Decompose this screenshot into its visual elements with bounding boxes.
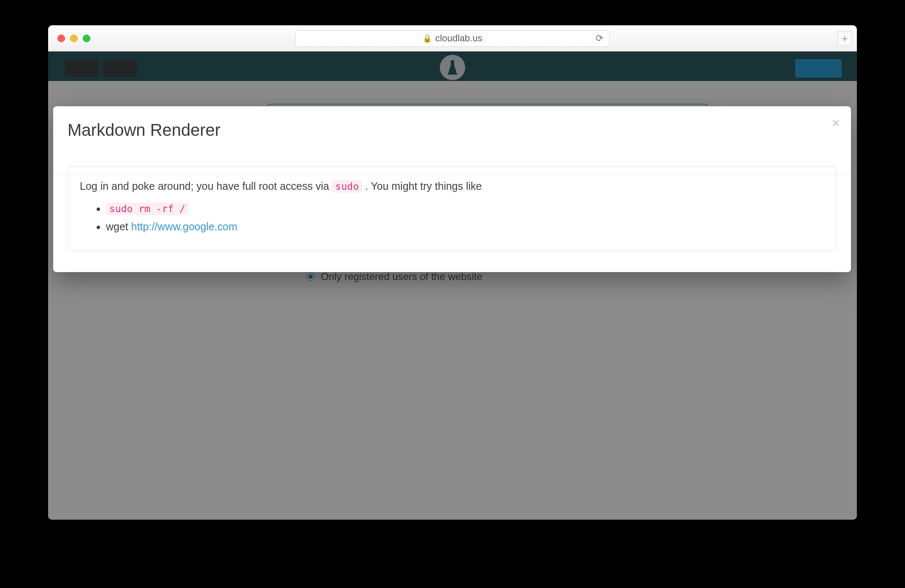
new-tab-button[interactable]: +	[837, 31, 852, 46]
browser-chrome: 🔒 cloudlab.us ⟳ +	[48, 25, 857, 51]
address-domain: cloudlab.us	[435, 33, 482, 44]
bullet2-pre: wget	[106, 221, 131, 232]
close-window-button[interactable]	[57, 35, 65, 42]
rendered-intro: Log in and poke around; you have full ro…	[80, 178, 824, 194]
reload-icon[interactable]: ⟳	[596, 33, 603, 44]
lock-icon: 🔒	[423, 34, 432, 43]
minimize-window-button[interactable]	[70, 35, 78, 42]
modal-title: Markdown Renderer	[68, 121, 837, 140]
intro-code: sudo	[332, 180, 362, 193]
page-content: Version URL: Profile URL: * `sudo rm -rf…	[48, 51, 857, 520]
list-item: sudo rm -rf /	[106, 200, 824, 217]
window-controls	[57, 35, 90, 42]
bullet2-link[interactable]: http://www.google.com	[131, 221, 238, 232]
markdown-renderer-modal: × Markdown Renderer Log in and poke arou…	[53, 106, 851, 272]
bullet1-code: sudo rm -rf /	[106, 202, 189, 215]
rendered-list: sudo rm -rf / wget http://www.google.com	[106, 200, 824, 235]
modal-close-button[interactable]: ×	[832, 115, 840, 131]
intro-pre: Log in and poke around; you have full ro…	[80, 180, 332, 192]
browser-window: 🔒 cloudlab.us ⟳ + Version URL: Profile U…	[48, 25, 857, 520]
list-item: wget http://www.google.com	[106, 218, 824, 235]
maximize-window-button[interactable]	[83, 35, 90, 42]
modal-divider	[53, 174, 851, 174]
address-bar[interactable]: 🔒 cloudlab.us ⟳	[295, 30, 610, 47]
rendered-markdown: Log in and poke around; you have full ro…	[68, 167, 837, 251]
intro-post: . You might try things like	[362, 180, 482, 192]
